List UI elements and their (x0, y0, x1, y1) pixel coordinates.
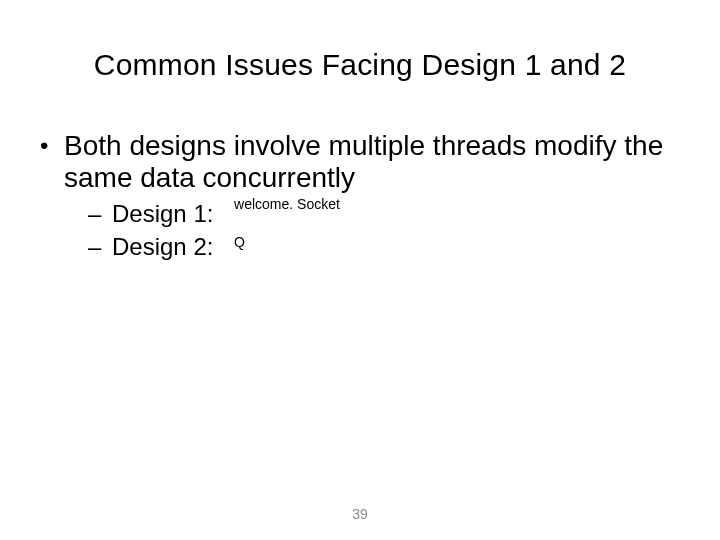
subbullet-design1-label: Design 1: (112, 200, 213, 227)
subbullet-design1-annot: welcome. Socket (234, 195, 340, 214)
slide-title: Common Issues Facing Design 1 and 2 (36, 48, 684, 82)
subbullet-design2-annot: Q (234, 233, 245, 252)
slide: Common Issues Facing Design 1 and 2 Both… (0, 0, 720, 540)
subbullet-design1: Design 1: welcome. Socket (64, 198, 684, 230)
subbullet-design2: Design 2: Q (64, 231, 684, 263)
page-number: 39 (0, 506, 720, 522)
subbullet-design2-label: Design 2: (112, 233, 213, 260)
bullet-list-level2: Design 1: welcome. Socket Design 2: Q (64, 198, 684, 263)
bullet-main-text: Both designs involve multiple threads mo… (64, 130, 663, 193)
bullet-main: Both designs involve multiple threads mo… (36, 130, 684, 263)
bullet-list-level1: Both designs involve multiple threads mo… (36, 130, 684, 263)
